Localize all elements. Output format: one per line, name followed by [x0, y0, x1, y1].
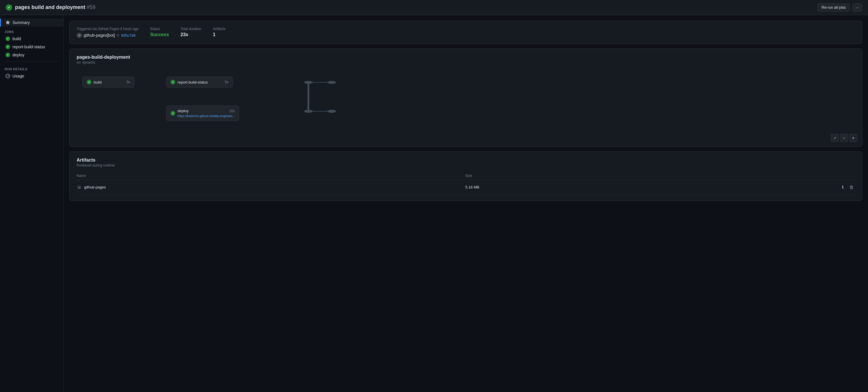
- workflow-success-icon: [6, 4, 12, 11]
- deploy-success-icon: [5, 53, 10, 57]
- artifact-download-button[interactable]: ⬇: [840, 183, 846, 191]
- status-section: Status Success: [150, 27, 169, 37]
- sidebar-usage-label: Usage: [12, 74, 24, 78]
- artifacts-title: Artifacts: [76, 158, 855, 163]
- build-node-inner: build 5s: [94, 80, 130, 85]
- artifacts-table: Name Size ⊞ github-pages 5.16 MB: [76, 172, 855, 195]
- artifacts-card: Artifacts Produced during runtime Name S…: [69, 152, 862, 201]
- sidebar-item-report-build-status[interactable]: report-build-status: [0, 43, 63, 51]
- zoom-out-button[interactable]: −: [840, 134, 848, 142]
- deploy-node-inner: deploy 10s https://karlchris.github.io/d…: [178, 109, 235, 118]
- svg-point-2: [327, 81, 336, 84]
- sidebar-item-summary[interactable]: Summary: [0, 19, 63, 27]
- artifact-actions: ⬇ 🗑: [651, 183, 855, 191]
- sidebar-item-usage[interactable]: Usage: [0, 72, 63, 80]
- artifacts-count-label: Artifacts: [213, 27, 225, 31]
- sidebar-deploy-label: deploy: [12, 53, 24, 57]
- sidebar-report-label: report-build-status: [12, 44, 45, 49]
- job-node-build[interactable]: build 5s: [83, 76, 134, 88]
- content-area: Triggered via GitHub Pages 6 hours ago ⚙…: [64, 15, 868, 392]
- page-title: pages build and deployment #59: [15, 4, 95, 10]
- report-node-inner: report-build-status 5s: [178, 80, 228, 85]
- sidebar-summary-label: Summary: [12, 20, 30, 25]
- top-bar: pages build and deployment #59 Re-run al…: [0, 0, 868, 15]
- svg-point-6: [327, 110, 336, 113]
- status-value: Success: [150, 32, 169, 37]
- commit-connector-icon: ⊙: [117, 33, 119, 37]
- deploy-node-duration: 10s: [229, 109, 235, 113]
- svg-point-0: [304, 81, 313, 84]
- duration-label: Total duration: [180, 27, 201, 31]
- run-details-section-label: Run details: [0, 64, 63, 72]
- report-node-row: report-build-status 5s: [178, 80, 228, 85]
- report-success-icon: [5, 44, 10, 49]
- job-node-deploy[interactable]: deploy 10s https://karlchris.github.io/d…: [166, 105, 239, 121]
- artifacts-col-size: Size: [465, 172, 651, 180]
- artifact-icon: ⊞: [76, 185, 82, 190]
- artifacts-col-name: Name: [76, 172, 465, 180]
- build-node-label: build: [94, 80, 124, 85]
- workflow-name: pages build and deployment: [15, 4, 85, 10]
- deploy-node-row: deploy 10s: [178, 109, 235, 113]
- sidebar: Summary Jobs build report-build-status d…: [0, 15, 64, 392]
- trigger-row: ⚙ github-pages[bot] ⊙ 895c7d6: [76, 33, 138, 38]
- artifact-size: 5.16 MB: [465, 180, 651, 195]
- svg-point-4: [304, 110, 313, 113]
- top-bar-right: Re-run all jobs ···: [817, 3, 863, 12]
- build-node-duration: 5s: [126, 80, 130, 84]
- build-node-success-icon: [87, 80, 91, 85]
- run-number: #59: [87, 4, 95, 10]
- home-icon: [5, 20, 10, 25]
- triggered-label: Triggered via GitHub Pages 6 hours ago: [76, 27, 138, 31]
- zoom-in-button[interactable]: +: [849, 134, 857, 142]
- workflow-card: pages-build-deployment on: dynamic: [69, 48, 862, 147]
- status-label: Status: [150, 27, 169, 31]
- artifact-name: github-pages: [84, 185, 106, 189]
- deploy-node-success-icon: [170, 111, 175, 116]
- deploy-node-url[interactable]: https://karlchris.github.io/data-enginee…: [178, 114, 235, 118]
- bot-avatar: ⚙: [76, 33, 82, 38]
- main-layout: Summary Jobs build report-build-status d…: [0, 15, 868, 392]
- usage-icon: [5, 74, 10, 78]
- artifact-delete-button[interactable]: 🗑: [848, 183, 855, 191]
- artifacts-count-section: Artifacts 1: [213, 27, 225, 37]
- workflow-on-label: on: dynamic: [76, 60, 855, 64]
- zoom-controls: ⤢ − +: [831, 134, 857, 142]
- sidebar-build-label: build: [12, 36, 21, 41]
- commit-hash: 895c7d6: [121, 33, 135, 38]
- more-options-button[interactable]: ···: [852, 3, 862, 12]
- workflow-graph: build 5s report-build-status 5s: [76, 71, 855, 135]
- artifact-name-cell: ⊞ github-pages: [76, 185, 465, 190]
- summary-card: Triggered via GitHub Pages 6 hours ago ⚙…: [69, 21, 862, 44]
- build-success-icon: [5, 36, 10, 41]
- duration-section: Total duration 23s: [180, 27, 201, 37]
- report-node-success-icon: [170, 80, 175, 85]
- report-node-duration: 5s: [225, 80, 228, 84]
- fullscreen-button[interactable]: ⤢: [831, 134, 839, 142]
- triggered-section: Triggered via GitHub Pages 6 hours ago ⚙…: [76, 27, 138, 38]
- duration-value: 23s: [180, 32, 201, 37]
- artifact-row: ⊞ github-pages 5.16 MB ⬇ 🗑: [76, 180, 855, 195]
- workflow-title: pages-build-deployment: [76, 55, 855, 60]
- build-node-row: build 5s: [94, 80, 130, 85]
- rerun-all-jobs-button[interactable]: Re-run all jobs: [817, 3, 850, 11]
- actor-name: github-pages[bot]: [84, 33, 115, 38]
- artifacts-subtitle: Produced during runtime: [76, 163, 855, 167]
- artifacts-count-value: 1: [213, 32, 225, 37]
- sidebar-item-build[interactable]: build: [0, 35, 63, 43]
- deploy-node-label: deploy: [178, 109, 227, 113]
- job-node-report[interactable]: report-build-status 5s: [166, 76, 233, 88]
- sidebar-divider: [5, 61, 59, 62]
- sidebar-item-deploy[interactable]: deploy: [0, 51, 63, 59]
- report-node-label: report-build-status: [178, 80, 222, 85]
- jobs-section-label: Jobs: [0, 27, 63, 35]
- top-bar-left: pages build and deployment #59: [6, 4, 95, 11]
